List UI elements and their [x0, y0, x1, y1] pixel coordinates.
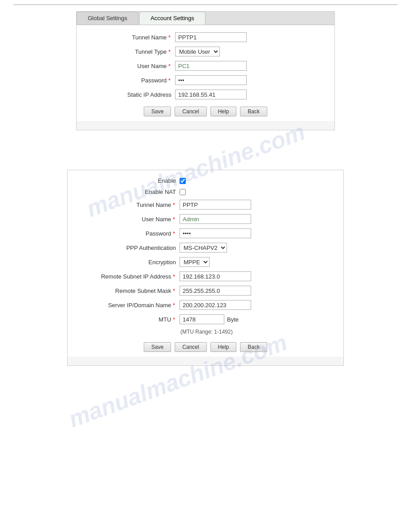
mtu-label: MTU *	[77, 316, 180, 323]
p2-password-label: Password *	[77, 230, 180, 237]
required-star-p2-2: *	[173, 216, 175, 223]
enable-nat-checkbox[interactable]	[180, 189, 186, 195]
required-star-p2-1: *	[173, 202, 175, 208]
password-row: Password *	[86, 75, 325, 85]
back-button-1[interactable]: Back	[240, 107, 267, 116]
panel1: Global Settings Account Settings Tunnel …	[76, 11, 335, 130]
p2-username-label: User Name *	[77, 216, 180, 223]
mtu-input[interactable]	[180, 314, 224, 324]
server-ip-label: Server IP/Domain Name *	[77, 302, 180, 309]
ppp-auth-label: PPP Authentication	[77, 245, 180, 251]
tunnel-type-row: Tunnel Type * Mobile User LAN to LAN	[86, 47, 325, 56]
encryption-row: Encryption MPPE None	[77, 257, 334, 267]
save-button-2[interactable]: Save	[144, 342, 171, 352]
p2-tunnel-name-input[interactable]	[180, 200, 251, 210]
enable-row: Enable	[77, 177, 334, 184]
cancel-button-1[interactable]: Cancel	[175, 107, 206, 116]
encryption-label: Encryption	[77, 259, 180, 266]
cancel-button-2[interactable]: Cancel	[175, 342, 206, 352]
enable-label: Enable	[77, 177, 180, 184]
help-button-2[interactable]: Help	[210, 342, 237, 352]
byte-label: Byte	[227, 316, 239, 323]
encryption-select[interactable]: MPPE None	[180, 257, 210, 267]
remote-subnet-ip-input[interactable]	[180, 271, 251, 281]
tunnel-name-row: Tunnel Name *	[86, 32, 325, 42]
required-star: *	[168, 34, 171, 41]
required-star-p2-5: *	[173, 287, 175, 294]
ppp-auth-select[interactable]: MS-CHAPV2 CHAP PAP	[180, 243, 227, 253]
static-ip-input[interactable]	[175, 90, 247, 99]
p2-username-input[interactable]	[180, 214, 251, 224]
button-row-1: Save Cancel Help Back	[86, 107, 325, 116]
server-ip-row: Server IP/Domain Name *	[77, 300, 334, 310]
remote-subnet-mask-label: Remote Subnet Mask *	[77, 287, 180, 294]
tab-account-settings[interactable]: Account Settings	[139, 12, 206, 25]
required-star-p2-7: *	[173, 316, 175, 323]
p2-tunnel-name-row: Tunnel Name *	[77, 200, 334, 210]
password-label: Password *	[86, 77, 175, 84]
back-button-2[interactable]: Back	[240, 342, 267, 352]
enable-checkbox[interactable]	[180, 178, 186, 184]
server-ip-input[interactable]	[180, 300, 251, 310]
required-star-2: *	[168, 48, 171, 55]
remote-subnet-mask-input[interactable]	[180, 286, 251, 296]
required-star-p2-3: *	[173, 230, 175, 237]
tunnel-name-input[interactable]	[175, 32, 247, 42]
remote-subnet-ip-label: Remote Subnet IP Address *	[77, 273, 180, 280]
form-vpn-settings: Enable Enable NAT Tunnel Name * User Nam…	[68, 170, 343, 356]
tunnel-name-label: Tunnel Name *	[86, 34, 175, 41]
page-separator	[13, 4, 398, 5]
required-star-3: *	[168, 63, 171, 69]
required-star-p2-4: *	[173, 273, 175, 280]
p2-tunnel-name-label: Tunnel Name *	[77, 202, 180, 208]
p2-password-input[interactable]	[180, 228, 251, 238]
mtu-row: MTU * Byte	[77, 314, 334, 324]
tab-bar-1: Global Settings Account Settings	[77, 12, 334, 25]
ppp-auth-row: PPP Authentication MS-CHAPV2 CHAP PAP	[77, 243, 334, 253]
required-star-4: *	[168, 77, 171, 84]
static-ip-label: Static IP Address	[86, 91, 175, 98]
p2-password-row: Password *	[77, 228, 334, 238]
tab-global-settings[interactable]: Global Settings	[77, 12, 138, 25]
password-input[interactable]	[175, 75, 247, 85]
enable-nat-label: Enable NAT	[77, 189, 180, 195]
tunnel-type-select[interactable]: Mobile User LAN to LAN	[175, 47, 220, 56]
enable-nat-row: Enable NAT	[77, 189, 334, 195]
p2-username-row: User Name *	[77, 214, 334, 224]
username-label: User Name *	[86, 63, 175, 69]
spacer	[0, 137, 411, 163]
username-input[interactable]	[175, 61, 247, 71]
button-row-2: Save Cancel Help Back	[77, 342, 334, 352]
panel2: Enable Enable NAT Tunnel Name * User Nam…	[67, 170, 344, 366]
form-account-settings: Tunnel Name * Tunnel Type * Mobile User …	[77, 25, 334, 121]
static-ip-row: Static IP Address	[86, 90, 325, 99]
save-button-1[interactable]: Save	[144, 107, 171, 116]
tunnel-type-label: Tunnel Type *	[86, 48, 175, 55]
username-row: User Name *	[86, 61, 325, 71]
help-button-1[interactable]: Help	[210, 107, 237, 116]
remote-subnet-mask-row: Remote Subnet Mask *	[77, 286, 334, 296]
remote-subnet-ip-row: Remote Subnet IP Address *	[77, 271, 334, 281]
mtu-hint: (MTU Range: 1-1492)	[180, 329, 334, 335]
required-star-p2-6: *	[173, 302, 175, 309]
